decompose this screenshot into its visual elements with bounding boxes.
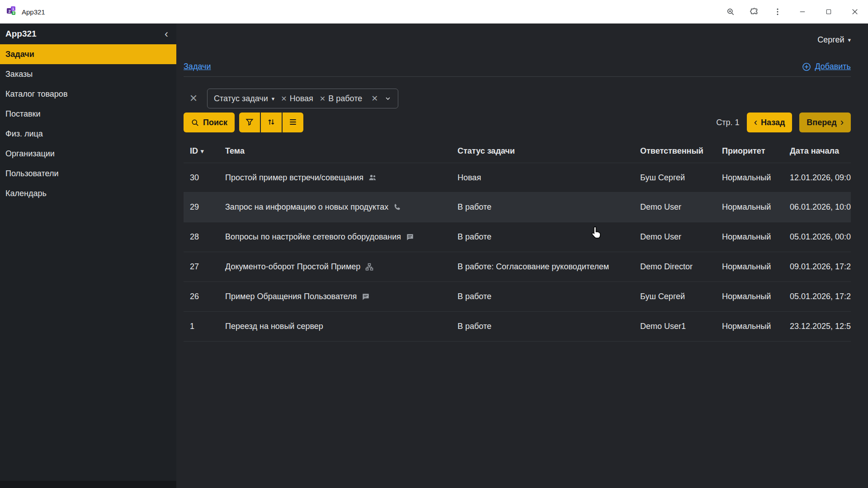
cell-start-date: 06.01.2026, 10:00 [783, 202, 851, 212]
sidebar-item-individuals[interactable]: Физ. лица [0, 124, 176, 144]
cell-status: В работе [451, 232, 634, 242]
titlebar: 2 1 3 App321 [0, 0, 868, 23]
sidebar-title: App321 [5, 29, 37, 39]
back-button[interactable]: ‹ Назад [747, 113, 793, 132]
search-button[interactable]: Поиск [184, 113, 235, 132]
sidebar-item-orders[interactable]: Заказы [0, 64, 176, 84]
cell-assignee: Demo User [634, 202, 716, 212]
filter-field-dropdown[interactable]: Статус задачи ▾ [214, 94, 274, 103]
filter-field-label: Статус задачи [214, 94, 268, 103]
cell-subject: Запрос на информацию о новых продуктах [219, 202, 451, 212]
meeting-icon [368, 173, 377, 182]
main-content: Сергей ▾ Задачи Добавить ✕ [176, 23, 868, 488]
column-header-id[interactable]: ID ▾ [184, 146, 219, 156]
sort-button[interactable] [261, 113, 282, 132]
sidebar-item-calendar[interactable]: Календарь [0, 183, 176, 203]
zoom-icon[interactable] [719, 0, 742, 23]
chat-icon [406, 233, 415, 242]
table-body: 30 Простой пример встречи/совещания [184, 163, 851, 342]
table-row[interactable]: 30 Простой пример встречи/совещания [184, 163, 851, 192]
cell-subject: Документо-оборот Простой Пример [219, 262, 451, 272]
sidebar-item-tasks[interactable]: Задачи [0, 44, 176, 64]
call-icon [393, 203, 402, 212]
chevron-right-icon: › [840, 117, 844, 127]
cell-id: 26 [184, 292, 219, 301]
cell-id: 1 [184, 322, 219, 331]
cell-priority: Нормальный [716, 202, 783, 212]
sidebar-item-organizations[interactable]: Организации [0, 144, 176, 164]
add-button[interactable]: Добавить [802, 62, 851, 71]
filter-row: ✕ Статус задачи ▾ ✕ Новая ✕ В работе ✕ [184, 89, 851, 108]
table-row[interactable]: 1 Переезд на новый сервер В работе Demo … [184, 312, 851, 342]
minimize-button[interactable] [789, 0, 816, 23]
filter-expand-icon[interactable] [384, 95, 392, 102]
cell-assignee: Demo User [634, 232, 716, 242]
svg-text:3: 3 [13, 11, 14, 14]
list-tools-group [239, 113, 303, 132]
column-header-priority[interactable]: Приоритет [716, 146, 783, 156]
tasks-table: ID ▾ Тема Статус задачи Ответственный Пр… [184, 139, 851, 342]
hamburger-icon [288, 117, 297, 128]
chevron-down-icon: ▾ [272, 95, 275, 102]
cell-priority: Нормальный [716, 322, 783, 331]
sidebar-item-catalog[interactable]: Каталог товаров [0, 84, 176, 104]
chip-remove-icon[interactable]: ✕ [281, 94, 287, 103]
forward-button[interactable]: Вперед › [799, 113, 851, 132]
sidebar-item-users[interactable]: Пользователи [0, 164, 176, 183]
user-name[interactable]: Сергей [817, 35, 844, 45]
sidebar-collapse-icon[interactable]: ‹ [165, 28, 168, 39]
chip-remove-icon[interactable]: ✕ [320, 94, 326, 103]
actions-left: Поиск [184, 113, 303, 132]
cell-id: 27 [184, 262, 219, 272]
svg-text:1: 1 [12, 7, 14, 11]
chevron-down-icon: ▾ [848, 37, 851, 43]
window-title: App321 [22, 8, 45, 16]
table-row[interactable]: 27 Документо-оборот Простой Пример [184, 252, 851, 282]
sidebar-footer [0, 481, 176, 488]
cell-id: 30 [184, 173, 219, 183]
remove-filter-button[interactable]: ✕ [184, 89, 203, 108]
table-header: ID ▾ Тема Статус задачи Ответственный Пр… [184, 139, 851, 163]
cell-subject: Простой пример встречи/совещания [219, 173, 451, 183]
status-filter-control: Статус задачи ▾ ✕ Новая ✕ В работе ✕ [207, 89, 398, 108]
forward-button-label: Вперед [807, 118, 836, 127]
close-button[interactable] [842, 0, 868, 23]
sidebar-item-supplies[interactable]: Поставки [0, 104, 176, 124]
breadcrumb[interactable]: Задачи [184, 62, 211, 71]
kebab-menu-icon[interactable] [766, 0, 789, 23]
column-header-assignee[interactable]: Ответственный [634, 146, 716, 156]
table-row[interactable]: 29 Запрос на информацию о новых продукта… [184, 192, 851, 222]
maximize-button[interactable] [816, 0, 842, 23]
cell-subject: Переезд на новый сервер [219, 322, 451, 331]
page-indicator: Стр. 1 [716, 118, 739, 127]
column-header-subject[interactable]: Тема [219, 146, 451, 156]
cell-start-date: 05.01.2026, 17:21 [783, 292, 851, 301]
column-header-status[interactable]: Статус задачи [451, 146, 634, 156]
list-menu-button[interactable] [283, 113, 303, 132]
chat-icon [361, 292, 370, 301]
filter-chip-new[interactable]: ✕ Новая [281, 94, 313, 103]
column-header-start-date[interactable]: Дата начала [783, 146, 851, 156]
filter-funnel-button[interactable] [239, 113, 260, 132]
user-menu[interactable]: Сергей ▾ [184, 31, 851, 49]
extensions-icon[interactable] [742, 0, 766, 23]
titlebar-controls [719, 0, 868, 23]
filter-chip-label: В работе [328, 94, 362, 103]
table-row[interactable]: 28 Вопросы по настройке сетевого оборудо… [184, 222, 851, 252]
table-row[interactable]: 26 Пример Обращения Пользователя [184, 282, 851, 312]
search-icon [191, 118, 199, 127]
filter-chip-inwork[interactable]: ✕ В работе [320, 94, 362, 103]
filter-clear-icon[interactable]: ✕ [371, 94, 378, 103]
cell-priority: Нормальный [716, 262, 783, 272]
cell-id: 29 [184, 202, 219, 212]
cell-subject: Вопросы по настройке сетевого оборудован… [219, 232, 451, 242]
back-button-label: Назад [761, 118, 785, 127]
cell-subject: Пример Обращения Пользователя [219, 292, 451, 301]
chevron-left-icon: ‹ [754, 117, 757, 127]
cell-start-date: 09.01.2026, 17:23 [783, 262, 851, 272]
cell-start-date: 05.01.2026, 00:00 [783, 232, 851, 242]
cell-priority: Нормальный [716, 232, 783, 242]
add-button-label: Добавить [815, 62, 851, 71]
process-icon [365, 263, 374, 272]
titlebar-left: 2 1 3 App321 [0, 6, 45, 18]
